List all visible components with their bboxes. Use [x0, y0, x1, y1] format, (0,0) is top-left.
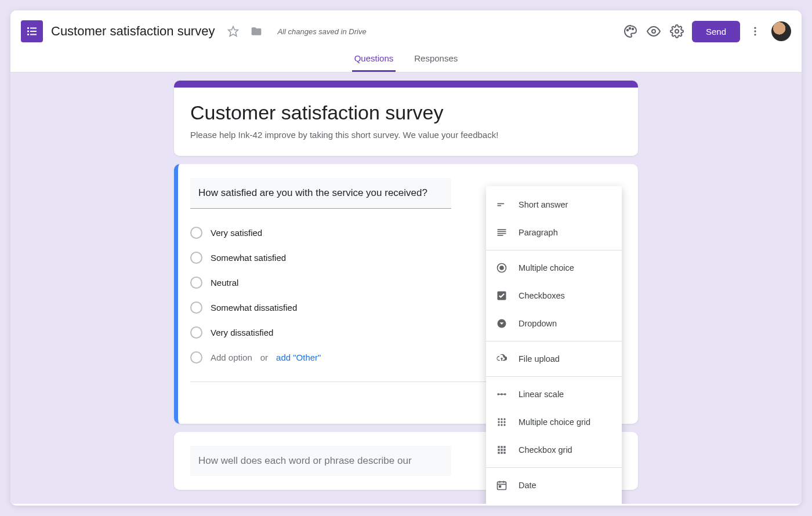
- checkbox-checked-icon: [495, 289, 508, 302]
- or-text: or: [260, 353, 268, 362]
- form-title[interactable]: Customer satisfaction survey: [190, 101, 622, 124]
- form-description[interactable]: Please help Ink-42 improve by taking thi…: [190, 130, 622, 140]
- svg-point-37: [501, 424, 502, 426]
- svg-rect-43: [501, 449, 502, 450]
- preview-eye-icon[interactable]: [642, 20, 665, 43]
- svg-point-38: [503, 424, 505, 426]
- paragraph-icon: [495, 226, 508, 239]
- svg-rect-39: [498, 446, 499, 448]
- save-status: All changes saved in Drive: [277, 27, 366, 36]
- svg-rect-48: [498, 482, 506, 489]
- option-label[interactable]: Neutral: [211, 278, 238, 288]
- menu-label: Dropdown: [519, 319, 557, 328]
- svg-marker-6: [229, 27, 238, 37]
- svg-point-32: [503, 418, 505, 420]
- menu-label: Multiple choice grid: [519, 417, 590, 427]
- document-title[interactable]: Customer satisfaction survey: [51, 24, 215, 39]
- send-button[interactable]: Send: [692, 21, 740, 42]
- radio-icon: [190, 326, 202, 339]
- menu-item-time[interactable]: Time: [486, 499, 622, 504]
- svg-rect-20: [498, 233, 506, 234]
- svg-point-9: [632, 28, 633, 30]
- svg-rect-4: [27, 34, 29, 35]
- tab-questions[interactable]: Questions: [352, 46, 396, 72]
- tab-responses[interactable]: Responses: [412, 46, 460, 72]
- svg-rect-46: [501, 452, 502, 453]
- menu-item-linear-scale[interactable]: Linear scale: [486, 380, 622, 408]
- svg-point-34: [501, 421, 502, 423]
- menu-item-file-upload[interactable]: File upload: [486, 345, 622, 373]
- menu-label: Linear scale: [519, 390, 564, 399]
- radio-icon: [190, 227, 202, 239]
- menu-label: Date: [519, 481, 536, 490]
- settings-gear-icon[interactable]: [665, 20, 688, 43]
- add-option-link[interactable]: Add option: [211, 353, 252, 362]
- svg-point-8: [629, 28, 630, 29]
- svg-rect-44: [503, 449, 505, 450]
- app-header: Customer satisfaction survey All changes…: [10, 10, 802, 46]
- menu-item-checkbox-grid[interactable]: Checkbox grid: [486, 436, 622, 464]
- menu-item-short-answer[interactable]: Short answer: [486, 191, 622, 219]
- svg-rect-41: [503, 446, 505, 448]
- svg-rect-2: [27, 31, 29, 32]
- menu-item-multiple-choice[interactable]: Multiple choice: [486, 254, 622, 282]
- form-header-card[interactable]: Customer satisfaction survey Please help…: [174, 81, 638, 156]
- menu-item-paragraph[interactable]: Paragraph: [486, 219, 622, 246]
- menu-label: Paragraph: [519, 228, 558, 237]
- question-type-menu: Short answer Paragraph Multiple choice C: [486, 186, 622, 504]
- svg-point-13: [754, 30, 756, 32]
- more-vert-icon[interactable]: [744, 20, 767, 43]
- svg-rect-21: [498, 235, 503, 236]
- svg-point-33: [498, 421, 499, 423]
- option-label[interactable]: Very satisfied: [211, 228, 262, 238]
- question-text-input[interactable]: [190, 178, 451, 209]
- dot-grid-icon: [495, 416, 508, 428]
- svg-rect-29: [498, 394, 505, 394]
- option-label[interactable]: Somewhat dissatisfied: [211, 303, 297, 312]
- radio-icon: [190, 301, 202, 314]
- svg-rect-47: [503, 452, 505, 453]
- svg-rect-16: [498, 204, 505, 205]
- menu-item-mc-grid[interactable]: Multiple choice grid: [486, 408, 622, 436]
- svg-point-12: [754, 27, 756, 29]
- dropdown-icon: [495, 317, 508, 330]
- folder-icon[interactable]: [245, 20, 268, 43]
- palette-icon[interactable]: [619, 20, 642, 43]
- svg-point-11: [675, 30, 679, 33]
- radio-icon: [190, 252, 202, 264]
- svg-rect-45: [498, 452, 499, 453]
- menu-label: Checkboxes: [519, 291, 565, 300]
- svg-point-23: [499, 266, 504, 270]
- menu-item-checkboxes[interactable]: Checkboxes: [486, 282, 622, 310]
- svg-rect-17: [498, 205, 502, 206]
- radio-checked-icon: [495, 261, 508, 274]
- svg-point-10: [652, 30, 655, 33]
- svg-rect-52: [499, 486, 501, 488]
- main-tabs: Questions Responses: [10, 46, 802, 72]
- radio-icon: [190, 351, 202, 364]
- add-other-link[interactable]: add "Other": [276, 353, 321, 362]
- option-label[interactable]: Very dissatisfied: [211, 328, 273, 337]
- svg-rect-1: [30, 28, 37, 29]
- svg-rect-5: [30, 34, 37, 35]
- square-grid-icon: [495, 444, 508, 456]
- menu-divider: [486, 341, 622, 341]
- forms-logo-icon[interactable]: [21, 20, 43, 42]
- star-icon[interactable]: [222, 20, 245, 43]
- svg-rect-0: [27, 27, 29, 29]
- menu-item-dropdown[interactable]: Dropdown: [486, 310, 622, 337]
- svg-rect-40: [501, 446, 502, 448]
- option-label[interactable]: Somewhat satisfied: [211, 253, 286, 263]
- user-avatar[interactable]: [771, 21, 791, 41]
- linear-scale-icon: [495, 388, 508, 401]
- svg-rect-18: [498, 229, 506, 230]
- menu-label: Short answer: [519, 200, 568, 209]
- svg-point-31: [501, 418, 502, 420]
- question-text-preview[interactable]: How well does each word or phrase descri…: [190, 446, 451, 476]
- menu-label: Multiple choice: [519, 263, 574, 272]
- cloud-upload-icon: [495, 353, 508, 365]
- svg-point-14: [754, 34, 756, 35]
- menu-item-date[interactable]: Date: [486, 471, 622, 499]
- form-canvas: Customer satisfaction survey Please help…: [10, 72, 802, 504]
- menu-label: File upload: [519, 354, 560, 364]
